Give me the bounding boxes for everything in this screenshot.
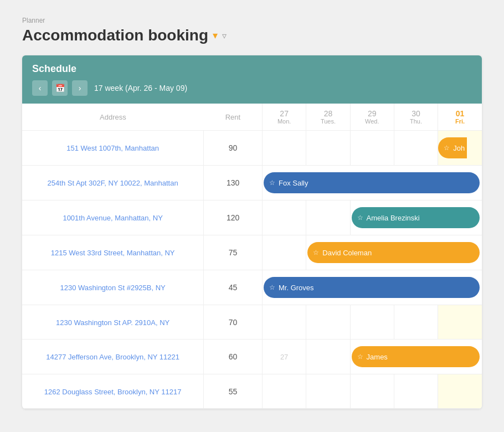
day-cell-tues [306, 200, 350, 235]
rent-cell: 45 [204, 270, 263, 305]
nav-calendar-button[interactable]: 📅 [52, 80, 68, 96]
day-cell-content: 27 [263, 340, 306, 374]
address-link[interactable]: 14277 Jefferson Ave, Brooklyn, NY 11221 [46, 353, 179, 361]
booking-bar-fox-sally[interactable]: ☆ Fox Sally [264, 172, 480, 193]
booking-span-cell: ☆ Fox Sally [262, 166, 482, 200]
booking-bar-joh[interactable]: ☆ Joh [438, 137, 467, 158]
address-cell: 1215 West 33rd Street, Manhattan, NY [22, 235, 204, 270]
schedule-nav: ‹ 📅 › 17 week (Apr. 26 - May 09) [32, 80, 472, 96]
booking-name: David Coleman [322, 249, 372, 257]
address-cell: 14277 Jefferson Ave, Brooklyn, NY 11221 [22, 340, 204, 374]
schedule-container: Schedule ‹ 📅 › 17 week (Apr. 26 - May 09… [22, 55, 482, 409]
booking-span-cell: ☆ Mr. Groves [262, 270, 482, 305]
table-row: 1262 Douglass Street, Brooklyn, NY 11217… [22, 374, 482, 409]
star-icon: ☆ [313, 249, 319, 256]
day-cell-tues [306, 340, 350, 374]
rent-cell: 90 [204, 131, 263, 166]
day-name-thu: Thu. [401, 118, 431, 125]
day-cell-mon [262, 235, 306, 270]
booking-name: James [367, 353, 388, 361]
page-wrapper: Planner Accommodation booking ▾ ▿ Schedu… [0, 0, 504, 420]
day-cell-fri [438, 305, 482, 340]
address-link[interactable]: 151 West 1007th, Manhattan [66, 144, 159, 152]
address-cell: 1230 Washington St #2925B, NY [22, 270, 204, 305]
day-name-fri: Fri. [445, 118, 475, 125]
title-filter-icon[interactable]: ▿ [222, 30, 227, 41]
table-row: 151 West 1007th, Manhattan 90 ☆ Joh [22, 131, 482, 166]
day-header-28: 28 Tues. [306, 104, 350, 131]
day-number-01: 01 [445, 109, 475, 118]
page-title: Accommodation booking [22, 27, 208, 44]
title-dropdown-arrow[interactable]: ▾ [213, 29, 218, 42]
day-cell-thu [394, 374, 438, 409]
star-icon: ☆ [357, 353, 363, 361]
address-link[interactable]: 1230 Washington St AP. 2910A, NY [56, 318, 169, 327]
day-header-01: 01 Fri. [438, 104, 482, 131]
table-row: 1230 Washington St #2925B, NY 45 ☆ Mr. G… [22, 270, 482, 305]
star-icon: ☆ [269, 284, 275, 291]
day-name-wed: Wed. [357, 118, 387, 125]
booking-span-cell: ☆ Amelia Brezinski [350, 200, 482, 235]
address-link[interactable]: 1001th Avenue, Manhattan, NY [63, 214, 162, 222]
table-row: 14277 Jefferson Ave, Brooklyn, NY 11221 … [22, 340, 482, 374]
booking-name: Joh [453, 144, 465, 152]
day-header-27: 27 Mon. [262, 104, 306, 131]
day-number-27: 27 [269, 109, 299, 118]
day-name-tues: Tues. [313, 118, 343, 125]
address-header: Address [22, 104, 204, 131]
day-cell-thu [394, 131, 438, 166]
day-cell-mon [262, 374, 306, 409]
address-cell: 1230 Washington St AP. 2910A, NY [22, 305, 204, 340]
week-label: 17 week (Apr. 26 - May 09) [94, 84, 187, 92]
address-cell: 1001th Avenue, Manhattan, NY [22, 200, 204, 235]
table-wrapper: Address Rent 27 Mon. 28 Tues. 29 Wed. [22, 104, 482, 409]
day-cell-fri [438, 374, 482, 409]
day-cell-thu [394, 305, 438, 340]
star-icon: ☆ [444, 144, 450, 152]
table-row: 1230 Washington St AP. 2910A, NY 70 [22, 305, 482, 340]
rent-cell: 130 [204, 166, 263, 200]
day-cell-mon [262, 131, 306, 166]
day-cell-fri: ☆ Joh [438, 131, 482, 166]
booking-name: Fox Sally [279, 179, 308, 187]
day-cell-mon: 27 [262, 340, 306, 374]
day-header-30: 30 Thu. [394, 104, 438, 131]
table-row: 254th St Apt 302F, NY 10022, Manhattan 1… [22, 166, 482, 200]
booking-span-cell: ☆ David Coleman [306, 235, 482, 270]
rent-header: Rent [204, 104, 263, 131]
page-title-row: Accommodation booking ▾ ▿ [22, 27, 482, 44]
day-cell-mon [262, 305, 306, 340]
address-link[interactable]: 1230 Washington St #2925B, NY [60, 284, 165, 292]
rent-cell: 75 [204, 235, 263, 270]
address-link[interactable]: 1262 Douglass Street, Brooklyn, NY 11217 [44, 388, 182, 396]
booking-span-cell: ☆ James [350, 340, 482, 374]
address-cell: 254th St Apt 302F, NY 10022, Manhattan [22, 166, 204, 200]
day-cell-tues [306, 374, 350, 409]
day-name-mon: Mon. [269, 118, 299, 125]
nav-prev-button[interactable]: ‹ [32, 80, 48, 96]
booking-bar-david[interactable]: ☆ David Coleman [307, 242, 480, 263]
table-row: 1215 West 33rd Street, Manhattan, NY 75 … [22, 235, 482, 270]
day-cell-wed [350, 374, 394, 409]
star-icon: ☆ [269, 179, 275, 187]
nav-next-button[interactable]: › [72, 80, 88, 96]
rent-cell: 120 [204, 200, 263, 235]
booking-bar-james[interactable]: ☆ James [352, 346, 480, 367]
booking-bar-mr-groves[interactable]: ☆ Mr. Groves [264, 277, 480, 298]
day-number-29: 29 [357, 109, 387, 118]
day-cell-tues [306, 131, 350, 166]
day-number-30: 30 [401, 109, 431, 118]
header-row: Address Rent 27 Mon. 28 Tues. 29 Wed. [22, 104, 482, 131]
table-row: 1001th Avenue, Manhattan, NY 120 ☆ Ameli… [22, 200, 482, 235]
day-cell-mon [262, 200, 306, 235]
schedule-grid: Address Rent 27 Mon. 28 Tues. 29 Wed. [22, 104, 482, 409]
rent-cell: 70 [204, 305, 263, 340]
address-link[interactable]: 1215 West 33rd Street, Manhattan, NY [51, 249, 175, 257]
day-cell-wed [350, 131, 394, 166]
star-icon: ☆ [357, 214, 363, 222]
address-link[interactable]: 254th St Apt 302F, NY 10022, Manhattan [48, 179, 178, 187]
rent-cell: 55 [204, 374, 263, 409]
schedule-title: Schedule [32, 63, 472, 75]
breadcrumb: Planner [22, 17, 482, 24]
booking-bar-amelia[interactable]: ☆ Amelia Brezinski [352, 207, 480, 228]
